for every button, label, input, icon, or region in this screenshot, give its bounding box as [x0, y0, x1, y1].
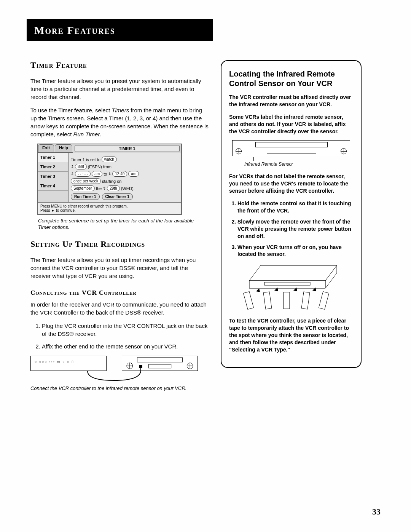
- p2-i2: Run Timer: [73, 131, 100, 137]
- tab-help: Help: [55, 144, 72, 152]
- timer-footer: Press MENU to either record or watch thi…: [38, 202, 181, 214]
- footer-line-1: Press MENU to either record or watch thi…: [40, 204, 179, 208]
- dow-label: (WED).: [121, 186, 135, 191]
- time-from-pill: - - : - -: [75, 171, 91, 177]
- sidebar-p1: The VCR controller must be affixed direc…: [229, 94, 353, 108]
- step-1: Plug the VCR controller into the VCR CON…: [42, 322, 209, 338]
- svg-marker-9: [249, 265, 337, 281]
- ampm1-pill: am: [92, 171, 102, 177]
- p2-a: To use the Timer feature, select: [30, 107, 112, 113]
- watch-pill: watch: [102, 157, 117, 162]
- svg-rect-16: [301, 292, 310, 309]
- sidebar-step-1: Hold the remote control so that it is to…: [237, 200, 353, 214]
- p2-i1: Timers: [112, 107, 129, 113]
- sidebar-heading: Locating the Infrared Remote Control Sen…: [229, 69, 353, 88]
- vcr-perspective-diagram: [238, 262, 344, 311]
- timer-sidebar: Timer 1 Timer 2 Timer 3 Timer 4: [38, 153, 68, 202]
- the-label: the: [96, 186, 102, 191]
- page-header: More Features: [27, 19, 213, 41]
- ampm2-pill: am: [128, 171, 139, 177]
- sidebar-box: Locating the Infrared Remote Control Sen…: [221, 60, 362, 368]
- run-timer-button: Run Timer 1: [71, 193, 100, 200]
- paragraph-3: The Timer feature allows you to set up t…: [30, 256, 209, 280]
- channel-pill: 888: [75, 164, 87, 169]
- timer-screenshot: Exit Help TIMER 1 Timer 1 Timer 2 Timer …: [37, 144, 182, 215]
- paragraph-2: To use the Timer feature, select Timers …: [30, 106, 209, 138]
- paragraph-1: The Timer feature allows you to preset y…: [30, 77, 209, 101]
- sidebar-timer-1: Timer 1: [38, 153, 68, 162]
- steps-list: Plug the VCR controller into the VCR CON…: [30, 322, 209, 350]
- heading-timer-feature: Timer Feature: [30, 60, 209, 70]
- heading-connecting: Connecting the VCR Controller: [30, 289, 209, 297]
- arrow-icon: ⇕: [71, 165, 74, 169]
- svg-marker-10: [249, 281, 325, 288]
- sidebar-p4: To test the VCR controller, use a piece …: [229, 317, 353, 353]
- freq-pill: once per week: [71, 178, 101, 184]
- arrow-icon-2: ⇕: [71, 172, 74, 176]
- sidebar-steps: Hold the remote control so that it is to…: [229, 200, 353, 258]
- main-column: Timer Feature The Timer feature allows y…: [30, 60, 209, 400]
- caption-2: Connect the VCR controller to the infrar…: [30, 385, 202, 392]
- step-2: Affix the other end to the remote sensor…: [42, 342, 209, 350]
- svg-marker-18: [256, 288, 260, 292]
- p2-c: .: [100, 131, 101, 137]
- tab-exit: Exit: [38, 144, 54, 152]
- vcr-diagram-label: Infrared Remote Sensor: [244, 161, 353, 167]
- svg-rect-17: [319, 292, 329, 310]
- sidebar-step-3: When your VCR turns off or on, you have …: [237, 244, 353, 258]
- arrow-icon-4: ⇕: [103, 186, 106, 190]
- sidebar-p3: For VCRs that do not label the remote se…: [229, 173, 353, 195]
- caption-1: Complete the sentence to set up the time…: [38, 218, 202, 231]
- footer-line-2: Press ► to continue.: [40, 208, 179, 212]
- day-pill: 29th: [107, 185, 119, 191]
- connection-diagram: ○ ○○○ ◦◦◦ ▭ ○ ○ ▯: [30, 356, 198, 382]
- channel-name: (ESPN) from: [88, 165, 112, 169]
- heading-setting-up: Setting Up Timer Recordings: [30, 239, 209, 249]
- sidebar-column: Locating the Infrared Remote Control Sen…: [221, 60, 362, 400]
- paragraph-4: In order for the receiver and VCR to com…: [30, 300, 209, 316]
- clear-timer-button: Clear Timer 1: [102, 193, 133, 200]
- timer-main: Timer 1 is set to watch ⇕ 888 (ESPN) fro…: [68, 153, 181, 202]
- sidebar-timer-2: Timer 2: [38, 162, 68, 172]
- time-to-pill: 12:49: [112, 171, 127, 177]
- starting-label: starting on: [102, 179, 121, 184]
- arrow-icon-3: ⇕: [108, 172, 111, 176]
- to-label: to: [104, 172, 107, 176]
- month-pill: September: [71, 185, 95, 191]
- line1-a: Timer 1 is set to: [71, 157, 100, 162]
- svg-rect-15: [284, 292, 290, 309]
- sidebar-timer-4: Timer 4: [38, 181, 68, 191]
- timer-title: TIMER 1: [75, 145, 180, 152]
- vcr-front-diagram: [232, 140, 350, 156]
- svg-rect-13: [244, 292, 254, 310]
- svg-rect-8: [139, 365, 142, 368]
- page-number: 33: [372, 507, 381, 517]
- sidebar-p2: Some VCRs label the infrared remote sens…: [229, 113, 353, 135]
- sidebar-step-2: Slowly move the remote over the front of…: [237, 218, 353, 240]
- sidebar-timer-3: Timer 3: [38, 172, 68, 181]
- svg-rect-14: [263, 292, 272, 309]
